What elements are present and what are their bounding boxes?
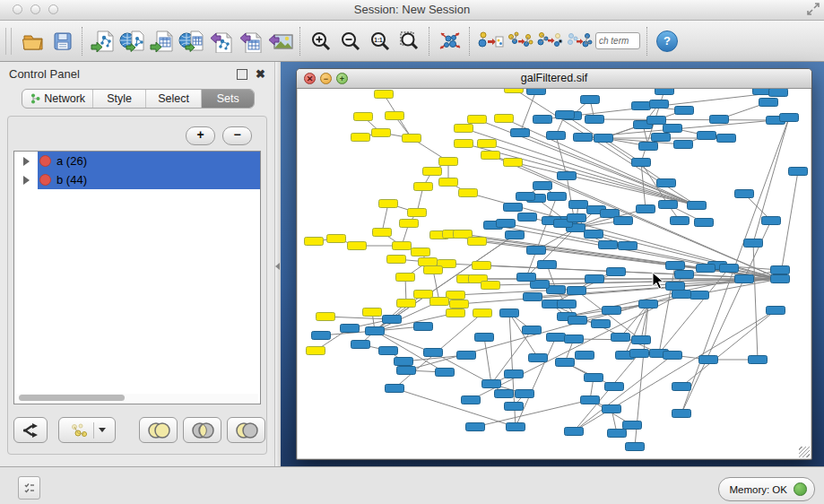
zoom-fit-selected-button[interactable]	[395, 26, 424, 56]
graph-node[interactable]	[585, 116, 604, 124]
graph-node[interactable]	[650, 100, 669, 109]
float-panel-button[interactable]	[237, 69, 247, 80]
graph-node[interactable]	[735, 275, 754, 283]
intersection-button[interactable]	[183, 417, 221, 443]
first-neighbors-button[interactable]	[505, 26, 534, 56]
graph-node[interactable]	[599, 241, 618, 249]
graph-node[interactable]	[397, 367, 416, 375]
graph-node[interactable]	[424, 266, 443, 274]
graph-node[interactable]	[672, 383, 691, 391]
graph-node[interactable]	[457, 352, 476, 360]
graph-node[interactable]	[414, 291, 433, 299]
graph-edge[interactable]	[780, 171, 798, 279]
create-set-button[interactable]	[58, 417, 116, 443]
export-image-button[interactable]	[265, 26, 295, 56]
graph-node[interactable]	[372, 129, 391, 137]
graph-node[interactable]	[511, 129, 530, 137]
zoom-out-button[interactable]	[335, 26, 365, 56]
export-table-button[interactable]	[236, 26, 265, 56]
graph-node[interactable]	[373, 229, 392, 237]
graph-node[interactable]	[710, 116, 729, 124]
graph-node[interactable]	[504, 204, 523, 212]
graph-node[interactable]	[348, 242, 367, 250]
graph-node[interactable]	[558, 172, 577, 180]
graph-node[interactable]	[468, 116, 487, 124]
tab-select[interactable]: Select	[146, 90, 203, 108]
graph-node[interactable]	[594, 135, 613, 143]
import-network-url-button[interactable]	[117, 26, 147, 56]
graph-node[interactable]	[585, 275, 604, 283]
graph-edge[interactable]	[641, 304, 648, 340]
graph-node[interactable]	[495, 115, 514, 123]
scrollbar-thumb[interactable]	[19, 395, 125, 401]
tab-style[interactable]: Style	[93, 90, 146, 108]
graph-node[interactable]	[632, 336, 651, 344]
graph-node[interactable]	[516, 193, 535, 201]
graph-node[interactable]	[608, 430, 627, 438]
graph-node[interactable]	[652, 134, 671, 142]
difference-button[interactable]	[227, 417, 265, 443]
graph-edge[interactable]	[577, 291, 641, 340]
open-session-button[interactable]	[18, 26, 48, 56]
graph-node[interactable]	[533, 182, 552, 190]
graph-node[interactable]	[623, 421, 642, 430]
graph-node[interactable]	[548, 193, 567, 201]
graph-node[interactable]	[395, 358, 413, 366]
minimize-network-button[interactable]: −	[320, 73, 332, 84]
graph-node[interactable]	[605, 383, 624, 391]
union-button[interactable]	[139, 417, 178, 443]
network-canvas[interactable]	[298, 89, 811, 458]
graph-node[interactable]	[639, 300, 658, 308]
graph-edge[interactable]	[753, 243, 758, 360]
graph-node[interactable]	[455, 140, 473, 148]
graph-node[interactable]	[558, 300, 577, 308]
graph-node[interactable]	[375, 91, 394, 99]
graph-node[interactable]	[379, 200, 398, 208]
graph-node[interactable]	[439, 178, 458, 187]
dropdown-arrow-icon[interactable]	[99, 428, 106, 432]
graph-node[interactable]	[568, 317, 587, 325]
graph-node[interactable]	[414, 183, 433, 191]
help-button[interactable]: ?	[656, 30, 678, 52]
graph-node[interactable]	[664, 125, 682, 133]
graph-node[interactable]	[697, 265, 716, 273]
graph-node[interactable]	[341, 325, 360, 333]
graph-node[interactable]	[462, 396, 481, 404]
graph-node[interactable]	[312, 332, 331, 340]
save-session-button[interactable]	[48, 26, 77, 56]
graph-node[interactable]	[565, 428, 584, 436]
graph-node[interactable]	[611, 334, 630, 342]
graph-node[interactable]	[387, 256, 406, 264]
remove-set-button[interactable]: −	[222, 126, 252, 145]
export-network-button[interactable]	[206, 26, 236, 56]
graph-node[interactable]	[789, 168, 808, 176]
graph-edge[interactable]	[594, 119, 776, 120]
graph-node[interactable]	[762, 217, 781, 225]
hide-selected-button[interactable]	[534, 26, 564, 56]
graph-edge[interactable]	[520, 91, 536, 133]
graph-node[interactable]	[423, 168, 442, 176]
graph-node[interactable]	[505, 370, 524, 378]
network-graph[interactable]	[298, 89, 811, 458]
graph-node[interactable]	[771, 266, 790, 274]
graph-edge[interactable]	[641, 162, 646, 209]
split-sets-button[interactable]	[13, 417, 48, 443]
graph-node[interactable]	[396, 274, 415, 282]
graph-node[interactable]	[517, 274, 536, 282]
graph-node[interactable]	[459, 189, 478, 197]
graph-edge[interactable]	[506, 223, 780, 279]
graph-edge[interactable]	[516, 337, 556, 427]
import-table-url-button[interactable]	[177, 26, 206, 56]
graph-node[interactable]	[317, 313, 335, 321]
zoom-window-button[interactable]	[48, 4, 58, 14]
graph-node[interactable]	[672, 410, 691, 418]
graph-node[interactable]	[614, 217, 633, 225]
graph-edge[interactable]	[681, 221, 771, 413]
graph-node[interactable]	[565, 335, 584, 343]
graph-node[interactable]	[626, 443, 645, 451]
graph-node[interactable]	[699, 356, 718, 364]
graph-node[interactable]	[527, 89, 546, 95]
graph-node[interactable]	[655, 89, 674, 95]
import-table-file-button[interactable]	[147, 26, 177, 56]
graph-node[interactable]	[507, 423, 525, 431]
